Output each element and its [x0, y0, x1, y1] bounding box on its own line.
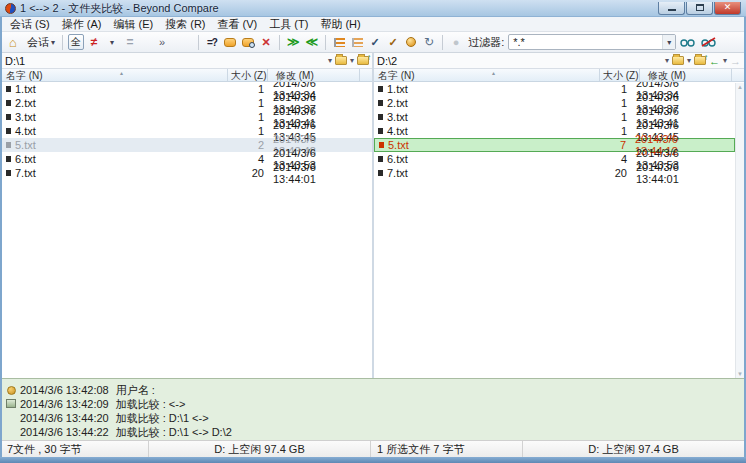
checkmark-plus-icon: ✓: [389, 36, 398, 49]
close-icon: ✕: [724, 3, 732, 12]
file-size-cell: 7: [590, 139, 630, 151]
left-path-buttons: ▾ ▾: [328, 56, 369, 65]
overflow-icon: »: [159, 36, 165, 48]
show-same-button[interactable]: =: [122, 34, 138, 51]
session-menu-button[interactable]: 会话 ▾: [23, 34, 57, 51]
file-name: 2.txt: [15, 97, 36, 109]
column-spacer: [732, 69, 744, 81]
window-title: 1 <--> 2 - 文件夹比较 - Beyond Compare: [20, 1, 219, 16]
show-differences-button[interactable]: ≠: [86, 34, 102, 51]
forward-arrow-icon[interactable]: →: [730, 55, 741, 67]
log-save-icon[interactable]: [6, 399, 16, 408]
copy-to-right-button[interactable]: ≫: [285, 34, 302, 51]
left-path-input[interactable]: D:\1: [5, 55, 328, 67]
file-name: 5.txt: [388, 139, 409, 151]
file-size-cell: 1: [228, 83, 268, 95]
file-size-cell: 1: [591, 125, 631, 137]
right-path-input[interactable]: D:\2: [377, 55, 665, 67]
toolbar-separator: [279, 35, 280, 50]
client-area: 会话 (S)操作 (A)编辑 (E)搜索 (R)查看 (V)工具 (T)帮助 (…: [2, 17, 744, 457]
chevron-down-icon[interactable]: ▾: [665, 56, 669, 65]
maximize-button[interactable]: [686, 2, 713, 15]
session-home-button[interactable]: ⌂: [5, 34, 21, 51]
close-button[interactable]: ✕: [714, 2, 741, 15]
show-all-button[interactable]: 全: [68, 34, 84, 50]
menu-bar: 会话 (S)操作 (A)编辑 (E)搜索 (R)查看 (V)工具 (T)帮助 (…: [2, 17, 744, 32]
right-path-buttons: ▾ ▾ ← ▾ →: [665, 55, 741, 67]
back-arrow-icon[interactable]: ←: [709, 55, 720, 67]
browse-folder-icon[interactable]: [672, 56, 684, 65]
file-icon: [6, 128, 11, 134]
log-gutter: [2, 383, 20, 440]
file-icon: [6, 156, 11, 162]
file-modified-cell: 2014/3/6 13:44:01: [631, 161, 723, 185]
chevron-down-icon[interactable]: ▾: [687, 56, 691, 65]
chevron-down-icon[interactable]: ▾: [328, 56, 332, 65]
parent-folder-icon[interactable]: [357, 56, 369, 65]
file-icon: [378, 114, 383, 120]
synchronize-button[interactable]: [403, 34, 419, 51]
right-pane: D:\2 ▾ ▾ ← ▾ → 名字 (N)▴ 大小 (Z) 修改 (M) 1.t…: [374, 53, 744, 378]
vertical-scrollbar[interactable]: ▲ ▼: [735, 83, 744, 378]
menu-item[interactable]: 搜索 (R): [159, 17, 211, 31]
file-name-cell: 1.txt: [2, 83, 228, 95]
menu-item[interactable]: 查看 (V): [212, 17, 264, 31]
log-lines: 2014/3/6 13:42:08用户名 :2014/3/6 13:42:09加…: [20, 383, 744, 440]
filter-label: 过滤器:: [466, 35, 506, 50]
menu-item[interactable]: 会话 (S): [4, 17, 56, 31]
toggle-filters-button[interactable]: [678, 34, 697, 51]
toolbar: ⌂ 会话 ▾ 全 ≠ ▾ = » =? ✕ ≫ ≪ ✓ ✓ ↻ ● 过滤器: *…: [2, 32, 744, 53]
touch-button[interactable]: ✓: [367, 34, 383, 51]
file-size-cell: 4: [591, 153, 631, 165]
column-modified[interactable]: 修改 (M): [640, 69, 732, 81]
toolbar-overflow-button[interactable]: »: [154, 34, 170, 51]
scroll-down-icon[interactable]: ▼: [737, 370, 743, 378]
file-name: 3.txt: [387, 111, 408, 123]
full-refresh-button[interactable]: ●: [448, 34, 464, 51]
filter-combobox[interactable]: *.* ▾: [508, 34, 676, 50]
file-name-cell: 1.txt: [374, 83, 591, 95]
column-size[interactable]: 大小 (Z): [600, 69, 640, 81]
file-name-cell: 7.txt: [2, 167, 228, 179]
chevron-down-icon[interactable]: ▾: [350, 56, 354, 65]
parent-folder-icon[interactable]: [694, 56, 706, 65]
table-row[interactable]: 7.txt202014/3/6 13:44:01: [374, 166, 735, 180]
file-icon: [378, 86, 383, 92]
menu-item[interactable]: 编辑 (E): [107, 17, 159, 31]
collapse-all-button[interactable]: [349, 34, 365, 51]
scroll-up-icon[interactable]: ▲: [737, 83, 743, 91]
delete-button[interactable]: ✕: [258, 34, 274, 51]
left-file-list: 1.txt12014/3/6 13:43:342.txt12014/3/6 13…: [2, 82, 372, 378]
table-row[interactable]: 7.txt202014/3/6 13:44:01: [2, 166, 372, 180]
expand-all-button[interactable]: [331, 34, 347, 51]
column-size[interactable]: 大小 (Z): [228, 69, 268, 81]
column-modified[interactable]: 修改 (M): [268, 69, 360, 81]
glasses-off-icon: [701, 37, 716, 47]
status-section: D: 上空闲 97.4 GB: [523, 441, 744, 457]
menu-item[interactable]: 操作 (A): [56, 17, 108, 31]
rules-button[interactable]: [222, 34, 238, 51]
status-section: 1 所选文件 7 字节: [371, 441, 523, 457]
menu-item[interactable]: 工具 (T): [263, 17, 314, 31]
disable-filters-button[interactable]: [699, 34, 718, 51]
chevron-down-icon[interactable]: ▾: [723, 56, 727, 65]
file-size-cell: 1: [228, 111, 268, 123]
copy-to-left-button[interactable]: ≪: [304, 34, 321, 51]
refresh-button[interactable]: ↻: [421, 34, 437, 51]
minimize-button[interactable]: [658, 2, 685, 15]
differences-dropdown-button[interactable]: ▾: [104, 34, 120, 51]
log-timestamp: 2014/3/6 13:44:20: [20, 412, 109, 424]
file-name: 3.txt: [15, 111, 36, 123]
quick-compare-button[interactable]: =?: [204, 34, 220, 51]
menu-item[interactable]: 帮助 (H): [314, 17, 366, 31]
file-size-cell: 20: [228, 167, 268, 179]
attributes-button[interactable]: ✓: [385, 34, 401, 51]
log-message: 加载比较 : D:\1 <->: [116, 412, 209, 424]
sort-arrow-icon: ▴: [120, 69, 123, 76]
find-in-bubble-button[interactable]: [240, 34, 256, 51]
toolbar-separator: [325, 35, 326, 50]
file-icon: [378, 128, 383, 134]
column-name[interactable]: 名字 (N)▴: [2, 69, 228, 81]
browse-folder-icon[interactable]: [335, 56, 347, 65]
column-name[interactable]: 名字 (N)▴: [374, 69, 600, 81]
